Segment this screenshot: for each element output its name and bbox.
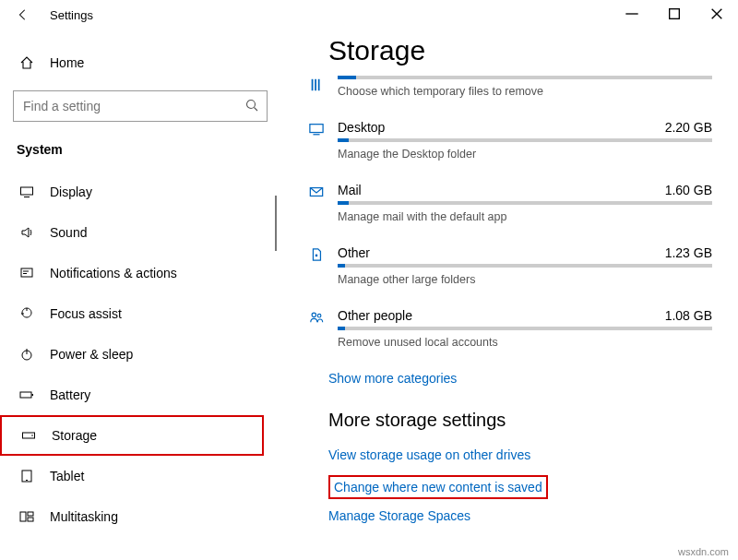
page-title: Storage — [328, 35, 712, 66]
sidebar-item-storage[interactable]: Storage — [0, 415, 264, 456]
svg-rect-19 — [20, 512, 26, 521]
sidebar-item-label: Sound — [50, 225, 87, 240]
svg-point-30 — [317, 314, 321, 317]
sidebar-item-focus-assist[interactable]: Focus assist — [13, 293, 268, 334]
storage-category-other-people[interactable]: Other people1.08 GB Remove unused local … — [304, 308, 712, 349]
category-name: Other — [338, 245, 370, 260]
search-box[interactable] — [13, 90, 268, 122]
notifications-icon — [17, 266, 37, 280]
usage-bar — [338, 76, 712, 79]
multitasking-icon — [17, 509, 37, 524]
svg-rect-24 — [318, 79, 320, 90]
svg-point-29 — [312, 313, 315, 316]
people-icon — [304, 310, 328, 325]
svg-rect-1 — [670, 9, 680, 19]
category-size: 1.08 GB — [665, 308, 712, 323]
svg-point-4 — [247, 100, 256, 108]
window-controls — [611, 0, 738, 28]
sidebar-item-label: Tablet — [50, 469, 84, 483]
svg-rect-20 — [28, 512, 33, 516]
change-save-location-link[interactable]: Change where new content is saved — [334, 480, 542, 494]
storage-icon — [18, 428, 39, 443]
sidebar: Home System Display Sound Notifications … — [0, 30, 277, 560]
desktop-icon — [304, 122, 328, 137]
window-title: Settings — [50, 8, 93, 22]
svg-rect-13 — [20, 392, 31, 398]
show-more-categories-link[interactable]: Show more categories — [328, 371, 712, 386]
sidebar-item-battery[interactable]: Battery — [13, 375, 268, 415]
temporary-files-icon — [304, 77, 328, 92]
category-name: Desktop — [338, 120, 385, 135]
usage-bar — [338, 327, 712, 330]
category-size: 1.60 GB — [665, 183, 712, 197]
maximize-button[interactable] — [653, 0, 696, 28]
svg-point-16 — [31, 435, 33, 436]
svg-rect-14 — [32, 394, 34, 396]
sidebar-item-label: Power & sleep — [50, 347, 133, 362]
category-desc: Remove unused local accounts — [338, 336, 712, 349]
category-desc: Manage the Desktop folder — [338, 148, 712, 161]
sidebar-item-label: Focus assist — [50, 306, 122, 321]
sidebar-item-label: Battery — [50, 387, 90, 402]
svg-rect-8 — [21, 268, 32, 277]
svg-rect-25 — [310, 125, 323, 133]
svg-rect-22 — [312, 79, 314, 90]
sidebar-home[interactable]: Home — [13, 46, 268, 79]
category-size: 1.23 GB — [665, 245, 712, 260]
svg-rect-23 — [315, 79, 316, 90]
svg-line-5 — [255, 107, 258, 111]
category-name: Other people — [338, 308, 412, 323]
power-icon — [17, 347, 37, 362]
category-name: Mail — [338, 183, 362, 197]
main-content: Storage Choose which temporary files to … — [277, 30, 738, 560]
category-size: 2.20 GB — [665, 120, 712, 135]
close-button[interactable] — [696, 0, 738, 28]
sidebar-item-notifications[interactable]: Notifications & actions — [13, 253, 268, 293]
sidebar-item-label: Multitasking — [50, 509, 118, 524]
minimize-button[interactable] — [611, 0, 653, 28]
storage-category-other[interactable]: Other1.23 GB Manage other large folders — [304, 245, 712, 286]
sidebar-item-label: Notifications & actions — [50, 266, 177, 280]
other-icon — [304, 247, 328, 262]
sidebar-item-sound[interactable]: Sound — [13, 212, 268, 253]
search-icon — [244, 98, 259, 115]
sidebar-item-power-sleep[interactable]: Power & sleep — [13, 334, 268, 375]
sidebar-item-label: Storage — [52, 428, 97, 443]
display-icon — [17, 185, 37, 199]
view-storage-usage-link[interactable]: View storage usage on other drives — [328, 447, 712, 462]
sidebar-item-tablet[interactable]: Tablet — [13, 456, 268, 496]
sound-icon — [17, 225, 37, 240]
sidebar-item-multitasking[interactable]: Multitasking — [13, 496, 268, 537]
highlighted-link: Change where new content is saved — [328, 475, 548, 499]
storage-category-temporary[interactable]: Choose which temporary files to remove — [304, 76, 712, 98]
storage-category-desktop[interactable]: Desktop2.20 GB Manage the Desktop folder — [304, 120, 712, 161]
focus-assist-icon — [17, 306, 37, 321]
usage-bar — [338, 264, 712, 268]
tablet-icon — [17, 469, 37, 483]
category-desc: Manage mail with the default app — [338, 210, 712, 223]
search-input[interactable] — [23, 99, 235, 113]
manage-storage-spaces-link[interactable]: Manage Storage Spaces — [328, 508, 712, 523]
usage-bar — [338, 138, 712, 142]
svg-rect-21 — [28, 518, 33, 521]
svg-point-28 — [315, 255, 318, 257]
mail-icon — [304, 185, 328, 199]
svg-rect-6 — [21, 187, 33, 195]
storage-category-mail[interactable]: Mail1.60 GB Manage mail with the default… — [304, 183, 712, 223]
sidebar-item-label: Display — [50, 185, 92, 199]
usage-bar — [338, 201, 712, 205]
category-desc: Choose which temporary files to remove — [338, 85, 712, 98]
home-icon — [17, 55, 37, 70]
sidebar-section-label: System — [13, 142, 268, 157]
more-storage-settings-heading: More storage settings — [328, 410, 712, 431]
back-button[interactable] — [17, 8, 30, 21]
sidebar-home-label: Home — [50, 55, 84, 70]
category-desc: Manage other large folders — [338, 273, 712, 286]
watermark: wsxdn.com — [678, 546, 729, 557]
sidebar-item-display[interactable]: Display — [13, 172, 268, 212]
battery-icon — [17, 387, 37, 402]
